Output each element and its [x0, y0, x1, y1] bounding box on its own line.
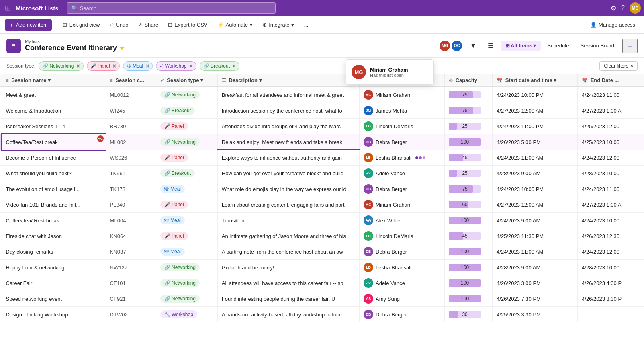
table-row[interactable]: Video fun 101: Brands and Infl... PL840 … — [0, 197, 644, 213]
add-view-button[interactable]: ＋ — [622, 39, 638, 53]
session-name-cell[interactable]: What should you build next? — [2, 166, 106, 181]
description-cell[interactable]: How can you get over your "creative bloc… — [217, 166, 359, 181]
col-end-date[interactable]: 📅 End Date ... — [578, 74, 644, 87]
description-cell[interactable]: Transition — [217, 213, 359, 228]
tab-session-board[interactable]: Session Board — [575, 41, 619, 51]
session-name-cell[interactable]: Meet & greet — [2, 87, 106, 103]
session-name-cell[interactable]: Video fun 101: Brands and Infl... — [2, 197, 106, 213]
session-type-cell[interactable]: 🔗 Networking — [156, 134, 217, 150]
table-row[interactable]: Career Fair CF101 🔗 Networking All atten… — [0, 275, 644, 291]
user-avatar-oc[interactable]: OC — [451, 40, 463, 52]
favorite-star-icon[interactable]: ★ — [119, 45, 125, 51]
description-cell[interactable]: Relax and enjoy! Meet new friends and ta… — [217, 134, 359, 150]
col-session-name[interactable]: ≡ Session name ▾ — [2, 74, 106, 87]
search-bar[interactable]: 🔍 Search — [67, 2, 276, 14]
remove-networking-filter[interactable]: × — [76, 63, 80, 69]
automate-button[interactable]: ⚡ Automate ▾ — [213, 20, 257, 30]
remove-breakout-filter[interactable]: × — [233, 63, 236, 69]
col-session-type[interactable]: ✓ Session type ▾ — [156, 74, 217, 87]
remove-panel-filter[interactable]: × — [113, 63, 116, 69]
table-row[interactable]: The evolution of emoji usage i... TK173 … — [0, 181, 644, 197]
app-launcher-icon[interactable]: ⊞ — [3, 2, 12, 14]
more-button[interactable]: ... — [300, 20, 312, 30]
session-type-cell[interactable]: 🔗 Breakout — [156, 103, 217, 119]
add-new-button[interactable]: ＋ Add new item — [5, 19, 52, 31]
session-name-cell[interactable]: Career Fair — [2, 275, 106, 291]
description-cell[interactable]: Learn about creating content, engaging f… — [217, 197, 359, 213]
session-name-cell[interactable]: Coffee/Tea/Rest break MG — [2, 134, 106, 150]
session-name-cell[interactable]: Happy hour & networking — [2, 260, 106, 275]
session-type-cell[interactable]: 🔧 Workshop — [156, 307, 217, 322]
description-cell[interactable]: Found interesting people during the care… — [217, 291, 359, 307]
filter-chip-workshop[interactable]: ✓ Workshop × — [156, 61, 196, 71]
filter-chip-breakout[interactable]: 🔗 Breakout × — [200, 61, 240, 71]
session-name-cell[interactable]: Become a Person of Influence — [2, 150, 106, 166]
table-row[interactable]: Icebreaker Sessions 1 - 4 BR739 🎤 Panel … — [0, 119, 644, 134]
user-avatar-mg[interactable]: MG — [439, 40, 451, 52]
session-type-cell[interactable]: 🔗 Networking — [156, 291, 217, 307]
session-type-cell[interactable]: 🎤 Panel — [156, 119, 217, 134]
session-name-cell[interactable]: Fireside chat with Jason — [2, 228, 106, 244]
description-cell[interactable]: A hands-on, activity-based, all day work… — [217, 307, 359, 322]
session-name-cell[interactable]: The evolution of emoji usage i... — [2, 181, 106, 197]
table-row[interactable]: Day closing remarks KN037 🍽 Meal A parti… — [0, 244, 644, 260]
session-name-cell[interactable]: Welcome & Introduction — [2, 103, 106, 119]
table-row[interactable]: Become a Person of Influence WS026 🎤 Pan… — [0, 150, 644, 166]
session-name-cell[interactable]: Design Thinking Workshop — [2, 307, 106, 322]
clear-filters-button[interactable]: Clear filters × — [599, 61, 638, 71]
session-type-cell[interactable]: 🔗 Networking — [156, 260, 217, 275]
exit-grid-button[interactable]: ⊞ Exit grid view — [59, 20, 104, 30]
session-name-cell[interactable]: Coffee/Tea/ Rest break — [2, 213, 106, 228]
settings-icon[interactable]: ⚙ — [611, 4, 616, 12]
table-row[interactable]: Speed networking event CF921 🔗 Networkin… — [0, 291, 644, 307]
table-row[interactable]: Coffee/Tea/ Rest break ML004 🍽 Meal Tran… — [0, 213, 644, 228]
filter-chip-panel[interactable]: 🎤 Panel × — [87, 61, 120, 71]
help-icon[interactable]: ? — [621, 4, 625, 12]
table-row[interactable]: Happy hour & networking NW127 🔗 Networki… — [0, 260, 644, 275]
table-row[interactable]: Coffee/Tea/Rest break MG ML002 🔗 Network… — [0, 134, 644, 150]
description-cell[interactable]: Introduction session by the conference h… — [217, 103, 359, 119]
session-type-cell[interactable]: 🔗 Breakout — [156, 166, 217, 181]
session-name-cell[interactable]: Day closing remarks — [2, 244, 106, 260]
user-avatar[interactable]: MB — [630, 2, 641, 14]
description-cell[interactable]: Explore ways to influence without author… — [217, 150, 359, 166]
session-name-cell[interactable]: Icebreaker Sessions 1 - 4 — [2, 119, 106, 134]
table-row[interactable]: Meet & greet ML0012 🔗 Networking Breakfa… — [0, 87, 644, 103]
description-cell[interactable]: Breakfast for all attendees and informal… — [217, 87, 359, 103]
undo-button[interactable]: ↩ Undo — [105, 20, 132, 30]
session-type-cell[interactable]: 🎤 Panel — [156, 197, 217, 213]
session-name-cell[interactable]: Speed networking event — [2, 291, 106, 307]
table-row[interactable]: Fireside chat with Jason KN064 🎤 Panel A… — [0, 228, 644, 244]
session-type-cell[interactable]: 🔗 Networking — [156, 275, 217, 291]
tab-all-items[interactable]: ⊞ All Items ▾ — [501, 41, 541, 51]
manage-access-button[interactable]: 👤 Manage access — [586, 20, 639, 30]
col-session-code[interactable]: ≡ Session c... — [106, 74, 156, 87]
remove-workshop-filter[interactable]: × — [189, 63, 192, 69]
description-cell[interactable]: Go forth and be merry! — [217, 260, 359, 275]
export-csv-button[interactable]: ⊡ Export to CSV — [164, 20, 211, 30]
filter-chip-networking[interactable]: 🔗 Networking × — [39, 61, 84, 71]
tab-schedule[interactable]: Schedule — [542, 41, 574, 51]
session-type-cell[interactable]: 🍽 Meal — [156, 213, 217, 228]
filter-chip-meal[interactable]: 🍽 Meal × — [123, 61, 153, 71]
share-button[interactable]: ↗ Share — [134, 20, 162, 30]
col-start-date[interactable]: 📅 Start date and time ▾ — [493, 74, 578, 87]
col-capacity[interactable]: ⊙ Capacity — [445, 74, 493, 87]
col-description[interactable]: ☰ Description ▾ — [217, 74, 359, 87]
description-cell[interactable]: An intimate gathering of Jason Moore and… — [217, 228, 359, 244]
description-cell[interactable]: What role do emojis play in the way we e… — [217, 181, 359, 197]
session-type-cell[interactable]: 🍽 Meal — [156, 244, 217, 260]
group-button[interactable]: ☰ — [484, 40, 497, 51]
description-cell[interactable]: Attendees divide into groups of 4 and pl… — [217, 119, 359, 134]
table-row[interactable]: Welcome & Introduction WI245 🔗 Breakout … — [0, 103, 644, 119]
table-row[interactable]: What should you build next? TK961 🔗 Brea… — [0, 166, 644, 181]
session-type-cell[interactable]: 🎤 Panel — [156, 228, 217, 244]
filter-button[interactable]: ▼ — [466, 40, 480, 51]
session-type-cell[interactable]: 🎤 Panel — [156, 150, 217, 166]
table-row[interactable]: Design Thinking Workshop DTW02 🔧 Worksho… — [0, 307, 644, 322]
description-cell[interactable]: All attendees will have access to this c… — [217, 275, 359, 291]
session-type-cell[interactable]: 🍽 Meal — [156, 181, 217, 197]
remove-meal-filter[interactable]: × — [146, 63, 149, 69]
description-cell[interactable]: A parting note from the conference host … — [217, 244, 359, 260]
integrate-button[interactable]: ⊕ Integrate ▾ — [258, 20, 298, 30]
